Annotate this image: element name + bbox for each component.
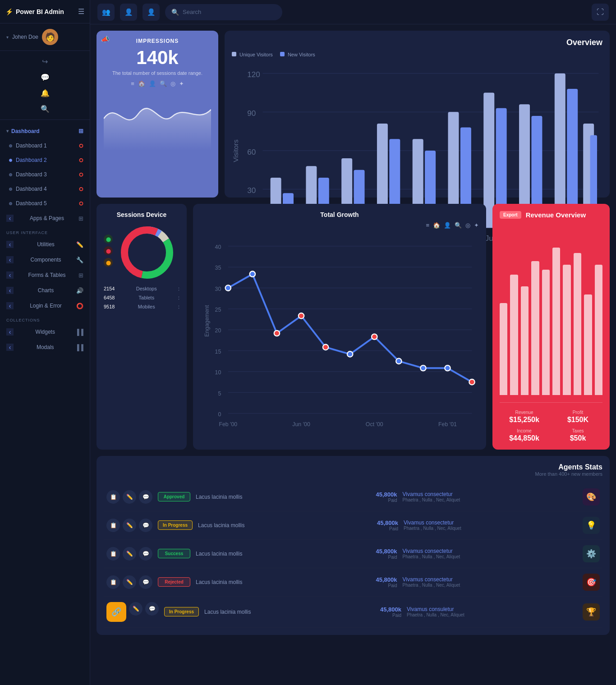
agent-row2-vivamus-sub: Phaetra , Nulla , Nec, Aliquet bbox=[404, 526, 577, 531]
agent-row1-btn3[interactable]: 💬 bbox=[139, 490, 152, 504]
growth-card: Total Growth ≡ 🏠 👤 🔍 ◎ ✦ bbox=[193, 204, 486, 450]
toolbar-user-icon[interactable]: 👤 bbox=[149, 80, 156, 87]
user-icon-btn[interactable]: 👤 bbox=[120, 4, 137, 21]
search-box: 🔍 bbox=[165, 4, 282, 20]
login-error-label: Login & Error bbox=[30, 303, 62, 309]
forms-tables-item[interactable]: ‹ Forms & Tables ⊞ bbox=[0, 267, 90, 283]
agent-row4-vivamus-title[interactable]: Vivamus consectetur bbox=[403, 576, 578, 583]
dashboard2-icon: ⭕ bbox=[79, 158, 83, 162]
login-error-collapse-btn[interactable]: ‹ bbox=[6, 302, 14, 309]
growth-home-icon[interactable]: 🏠 bbox=[433, 222, 440, 229]
sessions-card: Sessions Device ⬤ ⬤ ⬤ bbox=[97, 204, 187, 450]
agent-row4-btn1[interactable]: 📋 bbox=[106, 575, 120, 589]
mobile-label: Mobiles bbox=[138, 304, 155, 309]
agent-row4-btn3[interactable]: 💬 bbox=[139, 575, 152, 589]
agent-row1-vivamus: Vivamus consectetur Phaetra , Nulla , Ne… bbox=[403, 491, 578, 502]
row1: 📣 IMPRESSIONS 140k The total number of s… bbox=[97, 31, 610, 198]
dashboard4-icon: ⭕ bbox=[79, 187, 83, 191]
impressions-subtitle: The total number of sessions date range. bbox=[104, 70, 211, 76]
charts-collapse-btn[interactable]: ‹ bbox=[6, 287, 14, 294]
avatar[interactable]: 🧑 bbox=[42, 29, 58, 45]
components-item[interactable]: ‹ Components 🔧 bbox=[0, 252, 90, 267]
modals-label: Modals bbox=[37, 344, 54, 350]
red-icon-btn[interactable]: ⬤ bbox=[104, 246, 113, 255]
search-input[interactable] bbox=[183, 9, 276, 15]
agent-row4-btn2[interactable]: ✏️ bbox=[123, 575, 136, 589]
toolbar-search-icon[interactable]: 🔍 bbox=[160, 80, 167, 87]
modals-item[interactable]: ‹ Modals ▐▐ bbox=[0, 340, 90, 355]
expand-btn[interactable]: ⛶ bbox=[592, 4, 609, 21]
message-icon[interactable]: 💬 bbox=[41, 73, 50, 82]
revenue-stat-revenue-label: Revenue bbox=[500, 410, 549, 415]
toolbar-menu-icon[interactable]: ≡ bbox=[131, 80, 134, 87]
svg-text:Visitors: Visitors bbox=[232, 139, 239, 162]
toolbar-home-icon[interactable]: 🏠 bbox=[138, 80, 145, 87]
apps-pages-group[interactable]: ‹ Apps & Pages ⊞ bbox=[0, 211, 90, 226]
charts-item[interactable]: ‹ Charts 🔊 bbox=[0, 283, 90, 298]
sidebar-item-dashboard5[interactable]: Dashboard 5 ⭕ bbox=[0, 196, 90, 211]
agent-row1-status: Approved bbox=[158, 492, 190, 501]
agent-row2-btn3[interactable]: 💬 bbox=[139, 519, 152, 532]
utilities-item[interactable]: ‹ Utilities ✏️ bbox=[0, 237, 90, 252]
revenue-bar-1 bbox=[500, 303, 507, 395]
agent-row5-vivamus-title[interactable]: Vivamus consuletur bbox=[407, 606, 577, 612]
agents-table: 📋 ✏️ 💬 Approved Lacus lacinia mollis 45,… bbox=[104, 483, 602, 628]
apps-pages-collapse-btn[interactable]: ‹ bbox=[6, 215, 14, 222]
growth-star-icon[interactable]: ✦ bbox=[474, 222, 479, 229]
components-icon: 🔧 bbox=[76, 257, 83, 263]
agent-row1-btn2[interactable]: ✏️ bbox=[123, 490, 136, 504]
agent-row1-vivamus-title[interactable]: Vivamus consectetur bbox=[403, 491, 578, 497]
widgets-item[interactable]: ‹ Widgets ▐▐ bbox=[0, 324, 90, 340]
agent-row5-btn2[interactable]: ✏️ bbox=[129, 602, 143, 616]
utilities-collapse-btn[interactable]: ‹ bbox=[6, 241, 14, 248]
agent-row2-btn2[interactable]: ✏️ bbox=[123, 519, 136, 532]
sidebar-item-dashboard4[interactable]: Dashboard 4 ⭕ bbox=[0, 182, 90, 196]
forms-tables-label: Forms & Tables bbox=[28, 272, 65, 278]
toolbar-circle-icon[interactable]: ◎ bbox=[170, 80, 175, 87]
sidebar-group-dashboard[interactable]: ▾ Dashboard ⊞ bbox=[0, 124, 90, 138]
modals-collapse-btn[interactable]: ‹ bbox=[6, 344, 14, 351]
sidebar: ⚡ Power BI Admin ☰ ▾ Johen Doe 🧑 ↪ 💬 🔔 🔍… bbox=[0, 0, 90, 685]
impressions-value: 140k bbox=[104, 47, 211, 69]
revenue-stat-profit-label: Profit bbox=[553, 410, 602, 415]
agent-row3-btn2[interactable]: ✏️ bbox=[123, 547, 136, 561]
login-error-item[interactable]: ‹ Login & Error ⭕ bbox=[0, 298, 90, 313]
sidebar-logo: ⚡ Power BI Admin bbox=[5, 8, 64, 15]
widgets-collapse-btn[interactable]: ‹ bbox=[6, 328, 14, 336]
legend-unique-label: Unique Visitors bbox=[239, 52, 273, 57]
sidebar-item-dashboard3[interactable]: Dashboard 3 ⭕ bbox=[0, 167, 90, 182]
notification-icon[interactable]: 🔔 bbox=[41, 89, 50, 97]
growth-circle-icon[interactable]: ◎ bbox=[465, 222, 470, 229]
agent-row3-btn3[interactable]: 💬 bbox=[139, 547, 152, 561]
profile-icon-btn[interactable]: 👤 bbox=[143, 4, 160, 21]
users-icon-btn[interactable]: 👥 bbox=[97, 4, 115, 21]
green-icon-btn[interactable]: ⬤ bbox=[104, 234, 113, 244]
agent-row5-btn1[interactable]: 🔗 bbox=[106, 602, 126, 622]
agent-row1-btn1[interactable]: 📋 bbox=[106, 490, 120, 504]
sidebar-item-dashboard1[interactable]: Dashboard 1 ⭕ bbox=[0, 138, 90, 153]
sidebar-item-dashboard2[interactable]: Dashboard 2 ⭕ bbox=[0, 153, 90, 167]
toolbar-star-icon[interactable]: ✦ bbox=[179, 80, 184, 87]
growth-search-icon[interactable]: 🔍 bbox=[455, 222, 462, 229]
logout-icon[interactable]: ↪ bbox=[42, 57, 48, 66]
export-button[interactable]: Export bbox=[500, 211, 521, 219]
components-collapse-btn[interactable]: ‹ bbox=[6, 256, 14, 263]
forms-tables-collapse-btn[interactable]: ‹ bbox=[6, 271, 14, 279]
agent-row2-status: In Progress bbox=[158, 520, 193, 530]
agent-row2-btn1[interactable]: 📋 bbox=[106, 519, 120, 532]
revenue-divider bbox=[500, 402, 602, 403]
agent-row3-vivamus-title[interactable]: Vivamus consectetur bbox=[403, 548, 578, 554]
search-icon[interactable]: 🔍 bbox=[41, 105, 50, 113]
agent-row5-btn3[interactable]: 💬 bbox=[145, 602, 159, 616]
svg-point-72 bbox=[396, 359, 401, 364]
svg-text:25: 25 bbox=[215, 307, 221, 313]
growth-menu-icon[interactable]: ≡ bbox=[426, 222, 429, 229]
revenue-stat-income: Income $44,850k bbox=[500, 428, 549, 442]
agent-row3-btn1[interactable]: 📋 bbox=[106, 547, 120, 561]
svg-text:30: 30 bbox=[247, 186, 256, 195]
growth-person-icon[interactable]: 👤 bbox=[444, 222, 451, 229]
menu-icon[interactable]: ☰ bbox=[78, 7, 84, 16]
yellow-icon-btn[interactable]: ⬤ bbox=[104, 258, 113, 267]
legend-desktop: 2154 Desktops : bbox=[104, 286, 179, 291]
agent-row2-vivamus-title[interactable]: Vivamus consectetur bbox=[404, 519, 577, 526]
